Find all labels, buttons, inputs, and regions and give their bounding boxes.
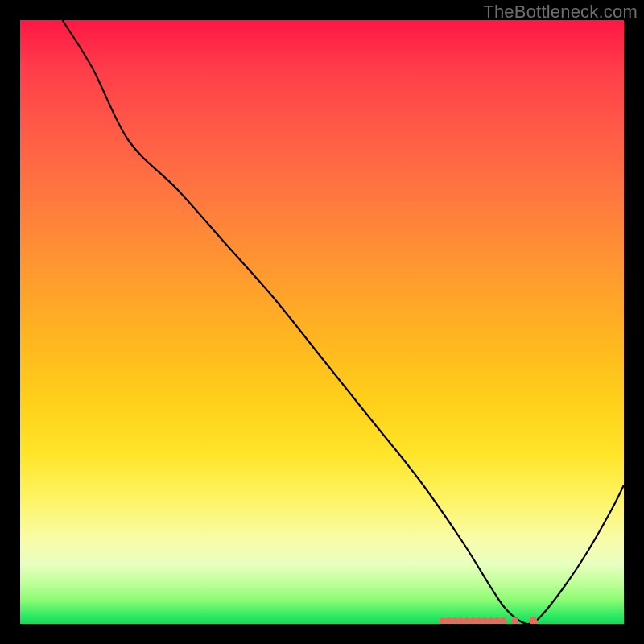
marker-dot — [530, 617, 538, 624]
marker-dot — [493, 617, 500, 624]
marker-dot — [440, 617, 446, 624]
marker-dot — [452, 617, 458, 624]
marker-dot — [469, 617, 476, 624]
chart-container: TheBottleneck.com — [0, 0, 644, 644]
marker-dot — [457, 617, 464, 624]
marker-layer — [20, 20, 624, 624]
marker-dot — [500, 617, 506, 624]
marker-dot — [481, 617, 488, 624]
marker-dot — [512, 617, 518, 624]
marker-dot — [445, 617, 452, 624]
watermark-text: TheBottleneck.com — [483, 2, 638, 23]
marker-dot — [488, 617, 494, 624]
plot-area — [20, 20, 624, 624]
marker-dot — [476, 617, 482, 624]
plot-inner — [20, 20, 624, 624]
marker-dot — [464, 617, 470, 624]
marker-group — [440, 617, 538, 624]
